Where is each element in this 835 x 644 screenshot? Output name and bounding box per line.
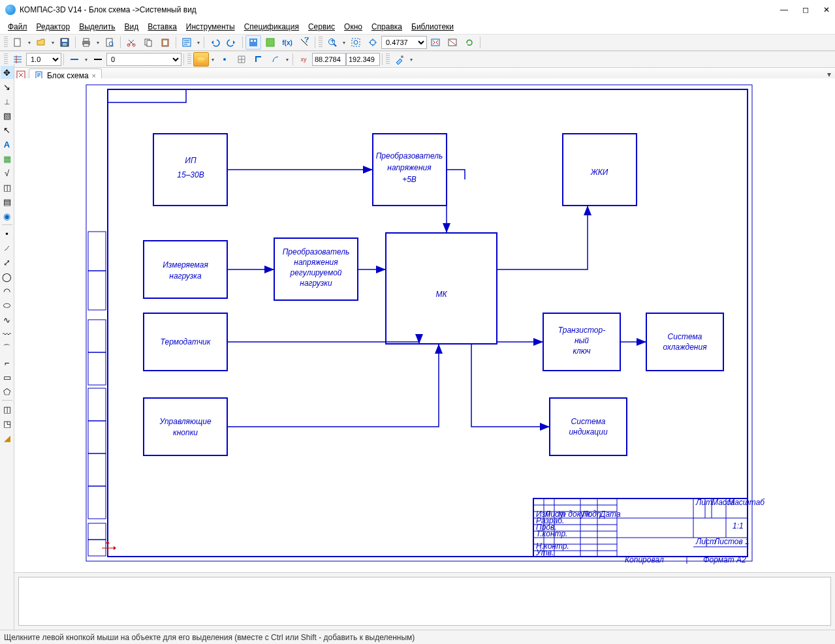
close-button[interactable]: ✕ — [823, 5, 830, 14]
help-button[interactable]: ? — [296, 35, 312, 50]
new-button[interactable] — [10, 35, 25, 50]
print-dropdown[interactable]: ▾ — [95, 40, 101, 46]
polygon-tool[interactable]: ⬠ — [1, 385, 14, 398]
tools-button[interactable] — [392, 52, 407, 67]
status-text: Щелкните левой кнопкой мыши на объекте д… — [4, 633, 415, 642]
toolbar-grip[interactable] — [319, 37, 323, 48]
bezier-tool[interactable]: 〰 — [1, 328, 14, 341]
tools-dropdown[interactable]: ▾ — [408, 57, 415, 63]
report-tool[interactable]: ▤ — [1, 195, 14, 208]
spec-tool[interactable]: ◫ — [1, 181, 14, 194]
print-button[interactable] — [78, 35, 94, 50]
svg-point-35 — [401, 55, 403, 58]
contour-tool[interactable]: ◳ — [1, 417, 14, 430]
menu-help[interactable]: Справка — [368, 21, 406, 33]
undo-button[interactable] — [207, 35, 223, 50]
dimension-tool[interactable]: ⟂ — [1, 95, 14, 108]
cut-button[interactable] — [123, 35, 139, 50]
menu-view[interactable]: Вид — [121, 21, 143, 33]
zoom-fit-button[interactable] — [428, 35, 443, 50]
geometry-tool[interactable]: ↘ — [1, 80, 14, 93]
tabs-overflow-icon[interactable]: ▾ — [827, 70, 831, 79]
menu-editor[interactable]: Редактор — [33, 21, 74, 33]
svg-rect-19 — [254, 40, 256, 42]
rect-tool[interactable]: ▭ — [1, 371, 14, 384]
spline-tool[interactable]: ∿ — [1, 313, 14, 326]
preview-button[interactable] — [102, 35, 118, 50]
snap-point-button[interactable] — [217, 52, 232, 67]
circle-tool[interactable]: ◯ — [1, 270, 14, 283]
ortho-button[interactable] — [251, 52, 266, 67]
save-button[interactable] — [57, 35, 72, 50]
fillet-tool[interactable]: ⌒ — [1, 342, 14, 355]
toolbar-grip[interactable] — [4, 37, 8, 48]
snap-dropdown[interactable]: ▾ — [284, 57, 291, 63]
open-dropdown[interactable]: ▾ — [50, 40, 56, 46]
redraw-button[interactable] — [445, 35, 460, 50]
aux-line-tool[interactable]: ⤢ — [1, 256, 14, 269]
open-button[interactable] — [33, 35, 49, 50]
maximize-button[interactable]: ◻ — [802, 5, 809, 14]
style-icon[interactable] — [67, 52, 82, 67]
library-tool[interactable]: ◉ — [1, 209, 14, 222]
text-tool[interactable]: A — [1, 138, 14, 151]
coord-mode-button[interactable]: xy — [296, 52, 311, 67]
toolbar-grip[interactable] — [187, 54, 191, 65]
style-select[interactable]: 0 — [106, 53, 181, 66]
zoom-window-button[interactable] — [348, 35, 364, 50]
table-tool[interactable]: ▦ — [1, 152, 14, 165]
menu-file[interactable]: Файл — [4, 21, 31, 33]
menu-libraries[interactable]: Библиотеки — [407, 21, 458, 33]
menu-select[interactable]: Выделить — [75, 21, 119, 33]
zoom-level-select[interactable]: 0.4737 — [381, 36, 427, 49]
equidistant-tool[interactable]: ◫ — [1, 403, 14, 416]
minimize-button[interactable]: — — [780, 5, 788, 14]
snap-grid-button[interactable] — [234, 52, 249, 67]
fx-button[interactable]: f(x) — [279, 35, 295, 50]
edit-point-tool[interactable]: ↖ — [1, 123, 14, 136]
svg-rect-56 — [386, 233, 497, 344]
menu-spec[interactable]: Спецификация — [240, 21, 303, 33]
menu-tools[interactable]: Инструменты — [182, 21, 239, 33]
coord-y-input[interactable] — [346, 53, 380, 66]
variables-button[interactable] — [262, 35, 278, 50]
drawing-canvas[interactable]: ИП 15–30В Преобразователь напряжения +5В… — [14, 78, 835, 572]
chamfer-tool[interactable]: ⌐ — [1, 356, 14, 369]
svg-rect-28 — [432, 39, 439, 46]
layer-dropdown[interactable]: ▾ — [210, 57, 216, 63]
line-tool[interactable]: ⟋ — [1, 241, 14, 254]
hatch-tool[interactable]: ▧ — [1, 109, 14, 122]
coord-x-input[interactable] — [312, 53, 346, 66]
zoom-dynamic-button[interactable] — [365, 35, 381, 50]
menu-window[interactable]: Окно — [340, 21, 366, 33]
new-dropdown[interactable]: ▾ — [26, 40, 33, 46]
select-tool[interactable]: ✥ — [1, 66, 14, 79]
point-tool[interactable]: • — [1, 227, 14, 240]
title-stamp: Изм Лист № докум. Подп. Дата Разраб. Про… — [533, 498, 765, 564]
arc-tool[interactable]: ◠ — [1, 284, 14, 298]
style-dropdown[interactable]: ▾ — [83, 57, 89, 63]
round-button[interactable] — [268, 52, 283, 67]
layer-button[interactable] — [193, 52, 209, 67]
zoom-dropdown[interactable]: ▾ — [341, 40, 347, 46]
redo-button[interactable] — [224, 35, 240, 50]
copy-button[interactable] — [140, 35, 156, 50]
zoom-in-button[interactable]: + — [324, 35, 340, 50]
svg-text:регулируемой: регулируемой — [290, 268, 342, 277]
property-panel-body[interactable] — [18, 577, 831, 626]
ellipse-tool[interactable]: ⬭ — [1, 299, 14, 312]
window-title: КОМПАС-3D V14 - Блок схема ->Системный в… — [20, 5, 197, 14]
roughness-tool[interactable]: √ — [1, 166, 14, 179]
svg-text:напряжения: напряжения — [294, 258, 338, 267]
properties-dropdown[interactable]: ▾ — [195, 40, 202, 46]
paste-button[interactable] — [157, 35, 173, 50]
menubar: Файл Редактор Выделить Вид Вставка Инстр… — [0, 20, 835, 34]
fill-tool[interactable]: ◢ — [1, 431, 14, 444]
menu-insert[interactable]: Вставка — [144, 21, 181, 33]
refresh-button[interactable] — [462, 35, 477, 50]
properties-button[interactable] — [179, 35, 195, 50]
scale-select[interactable]: 1.0 — [26, 53, 61, 66]
toolbar-grip[interactable] — [386, 54, 390, 65]
manager-button[interactable] — [245, 35, 261, 50]
menu-service[interactable]: Сервис — [304, 21, 339, 33]
